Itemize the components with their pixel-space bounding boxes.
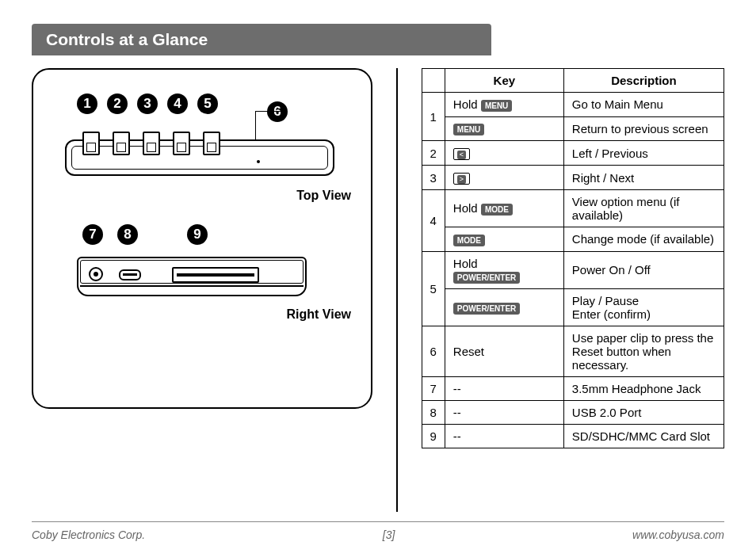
desc-1b: Return to previous screen <box>563 116 724 141</box>
desc-9: SD/SDHC/MMC Card Slot <box>563 425 724 448</box>
content-row: 1 2 3 4 5 6 Top View 7 8 9 <box>32 68 724 512</box>
hold-text: Hold <box>453 201 478 215</box>
menu-button-label: MENU <box>481 100 512 112</box>
key-9: -- <box>445 425 563 448</box>
footer-page-number: [3] <box>383 528 395 541</box>
callout-2: 2 <box>107 93 128 114</box>
desc-4b: Change mode (if available) <box>563 227 724 252</box>
desc-4a: View option menu (if available) <box>563 190 724 227</box>
row-num-9: 9 <box>422 425 445 448</box>
key-5a: HoldPOWER/ENTER <box>445 251 563 289</box>
table-row: 1 Hold MENU Go to Main Menu <box>422 93 724 117</box>
device-top-view <box>65 128 334 176</box>
row-num-6: 6 <box>422 326 445 377</box>
footer-url: www.cobyusa.com <box>632 528 724 541</box>
desc-5b: Play / Pause Enter (confirm) <box>563 289 724 326</box>
key-5b: POWER/ENTER <box>445 289 563 326</box>
row-num-3: 3 <box>422 166 445 190</box>
reset-hole-icon <box>257 160 260 163</box>
row-num-4: 4 <box>422 190 445 252</box>
row-num-7: 7 <box>422 377 445 401</box>
table-row: 7 -- 3.5mm Headphone Jack <box>422 377 724 401</box>
key-7: -- <box>445 377 563 401</box>
table-row: MODE Change mode (if available) <box>422 227 724 252</box>
controls-table-panel: Key Description 1 Hold MENU Go to Main M… <box>422 68 725 512</box>
right-view-label: Right View <box>287 307 352 322</box>
right-callout-numbers: 7 8 9 <box>82 224 208 245</box>
device-right-seam <box>80 285 304 287</box>
callout-9: 9 <box>187 224 208 245</box>
table-header-row: Key Description <box>422 69 724 93</box>
desc-2: Left / Previous <box>563 141 724 166</box>
key-3: > <box>445 166 563 190</box>
menu-button-label: MENU <box>453 124 484 135</box>
key-1b: MENU <box>445 116 563 141</box>
table-row: POWER/ENTER Play / Pause Enter (confirm) <box>422 289 724 326</box>
headphone-jack-icon <box>89 267 103 281</box>
table-row: 5 HoldPOWER/ENTER Power On / Off <box>422 251 724 289</box>
callout-1: 1 <box>77 93 97 114</box>
device-top-body <box>65 139 334 176</box>
desc-3: Right / Next <box>563 166 724 190</box>
mode-button-label: MODE <box>453 235 485 246</box>
key-2: < <box>445 141 563 166</box>
hold-text: Hold <box>453 97 478 111</box>
callout-5: 5 <box>197 93 218 114</box>
desc-7: 3.5mm Headphone Jack <box>563 377 724 401</box>
left-arrow-icon: < <box>453 148 470 160</box>
row-num-8: 8 <box>422 401 445 425</box>
top-callout-numbers: 1 2 3 4 5 <box>77 93 218 114</box>
table-row: MENU Return to previous screen <box>422 116 724 141</box>
table-row: 6 Reset Use paper clip to press the Rese… <box>422 326 724 377</box>
device-right-top <box>80 260 304 284</box>
device-button-3-icon <box>143 132 160 155</box>
key-6: Reset <box>445 326 563 377</box>
desc-8: USB 2.0 Port <box>563 401 724 425</box>
mode-button-label: MODE <box>481 204 513 216</box>
row-num-1: 1 <box>422 93 445 141</box>
hold-text: Hold <box>453 257 478 270</box>
usb-port-icon <box>119 269 141 280</box>
diagram-panel: 1 2 3 4 5 6 Top View 7 8 9 <box>32 68 372 409</box>
page-footer: Coby Electronics Corp. [3] www.cobyusa.c… <box>32 521 724 541</box>
header-desc: Description <box>563 69 724 93</box>
key-1a: Hold MENU <box>445 93 563 117</box>
key-4a: Hold MODE <box>445 190 563 227</box>
table-row: 4 Hold MODE View option menu (if availab… <box>422 190 724 227</box>
table-row: 9 -- SD/SDHC/MMC Card Slot <box>422 425 724 448</box>
callout-3: 3 <box>137 93 158 114</box>
device-right-view <box>77 257 307 296</box>
device-button-5-icon <box>203 132 220 155</box>
device-button-4-icon <box>173 132 190 155</box>
table-row: 3 > Right / Next <box>422 166 724 190</box>
power-enter-button-label: POWER/ENTER <box>453 272 520 284</box>
desc-6: Use paper clip to press the Reset button… <box>563 326 724 377</box>
header-num <box>422 69 445 93</box>
callout-8: 8 <box>117 224 138 245</box>
table-row: 2 < Left / Previous <box>422 141 724 166</box>
top-view-label: Top View <box>296 189 351 203</box>
controls-table: Key Description 1 Hold MENU Go to Main M… <box>422 68 725 448</box>
key-8: -- <box>445 401 563 425</box>
callout-7: 7 <box>82 224 103 245</box>
section-title: Controls at a Glance <box>32 24 491 55</box>
header-key: Key <box>445 69 563 93</box>
row-num-5: 5 <box>422 251 445 326</box>
device-button-1-icon <box>82 132 100 155</box>
desc-5a: Power On / Off <box>563 251 724 289</box>
callout-4: 4 <box>167 93 188 114</box>
key-4b: MODE <box>445 227 563 252</box>
desc-1a: Go to Main Menu <box>563 93 724 117</box>
power-enter-button-label: POWER/ENTER <box>453 303 520 315</box>
device-top-inner <box>71 146 328 170</box>
vertical-divider <box>396 68 398 512</box>
table-row: 8 -- USB 2.0 Port <box>422 401 724 425</box>
sd-slot-icon <box>172 267 259 283</box>
device-button-2-icon <box>113 132 130 155</box>
footer-company: Coby Electronics Corp. <box>32 528 145 541</box>
right-arrow-icon: > <box>453 173 470 185</box>
row-num-2: 2 <box>422 141 445 166</box>
